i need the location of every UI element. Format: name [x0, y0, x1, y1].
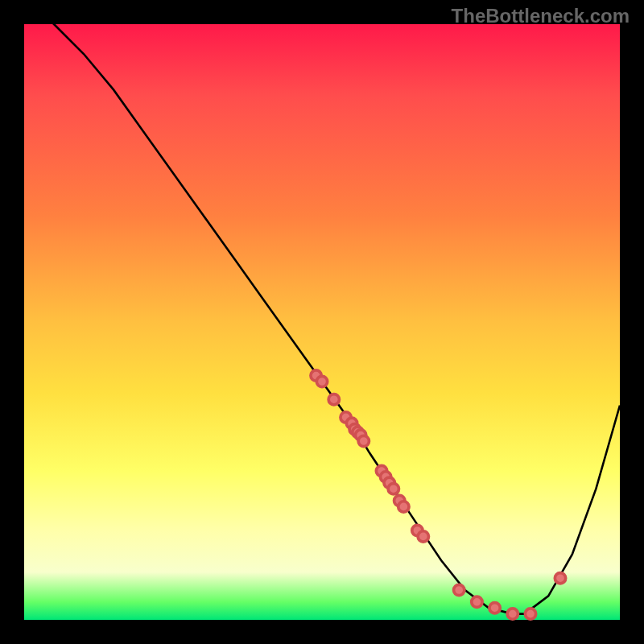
data-point [328, 394, 339, 405]
chart-plot-area [24, 24, 620, 620]
data-point [454, 584, 464, 595]
data-point [418, 531, 428, 542]
data-points-group [311, 370, 566, 619]
data-point [525, 609, 535, 619]
data-point [398, 502, 409, 512]
data-point [358, 436, 369, 446]
data-point [555, 573, 565, 584]
data-point [472, 597, 482, 607]
data-point [388, 484, 398, 494]
data-point [316, 376, 327, 386]
data-point [489, 603, 500, 613]
bottleneck-curve [24, 0, 620, 614]
chart-svg [24, 24, 620, 620]
watermark-text: TheBottleneck.com [452, 5, 630, 27]
data-point [507, 609, 518, 619]
